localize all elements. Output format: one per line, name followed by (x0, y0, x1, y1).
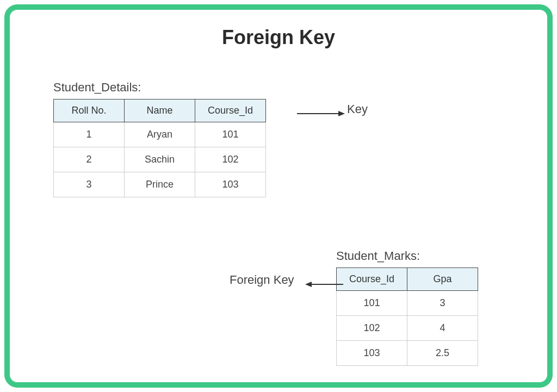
col-gpa: Gpa (407, 268, 478, 291)
cell-name: Prince (125, 172, 195, 197)
table-row: 1 Aryan 101 (54, 122, 266, 147)
student-details-table: Roll No. Name Course_Id 1 Aryan 101 2 Sa… (53, 99, 266, 197)
col-course-id: Course_Id (195, 99, 266, 122)
arrow-right-icon (297, 110, 346, 117)
table-header-row: Course_Id Gpa (337, 268, 478, 291)
cell-name: Sachin (125, 147, 195, 172)
student-details-section: Student_Details: Roll No. Name Course_Id… (53, 80, 266, 197)
svg-marker-1 (338, 111, 345, 116)
student-details-label: Student_Details: (53, 80, 266, 95)
cell-name: Aryan (125, 122, 195, 147)
table-row: 103 2.5 (337, 341, 478, 366)
col-name: Name (125, 99, 195, 122)
cell-course: 103 (195, 172, 266, 197)
col-roll-no: Roll No. (54, 99, 125, 122)
col-course-id: Course_Id (337, 268, 407, 291)
table-row: 102 4 (337, 316, 478, 341)
key-annotation: Key (347, 102, 368, 116)
foreign-key-annotation: Foreign Key (230, 273, 294, 287)
student-marks-label: Student_Marks: (336, 249, 478, 263)
cell-course: 101 (195, 122, 266, 147)
student-marks-table: Course_Id Gpa 101 3 102 4 103 2.5 (336, 267, 478, 366)
cell-roll: 3 (54, 172, 125, 197)
svg-marker-3 (305, 282, 312, 287)
cell-gpa: 2.5 (407, 341, 478, 366)
student-marks-section: Student_Marks: Course_Id Gpa 101 3 102 4 (336, 249, 478, 366)
cell-course: 103 (337, 341, 407, 366)
cell-course: 102 (195, 147, 266, 172)
cell-gpa: 3 (407, 291, 478, 316)
table-row: 2 Sachin 102 (54, 147, 266, 172)
table-header-row: Roll No. Name Course_Id (54, 99, 266, 122)
page-title: Foreign Key (32, 26, 525, 49)
table-row: 101 3 (337, 291, 478, 316)
diagram-frame: Foreign Key Student_Details: Roll No. Na… (4, 4, 553, 388)
cell-course: 101 (337, 291, 407, 316)
arrow-left-icon (304, 281, 343, 288)
cell-course: 102 (337, 316, 407, 341)
cell-roll: 2 (54, 147, 125, 172)
table-row: 3 Prince 103 (54, 172, 266, 197)
cell-gpa: 4 (407, 316, 478, 341)
cell-roll: 1 (54, 122, 125, 147)
